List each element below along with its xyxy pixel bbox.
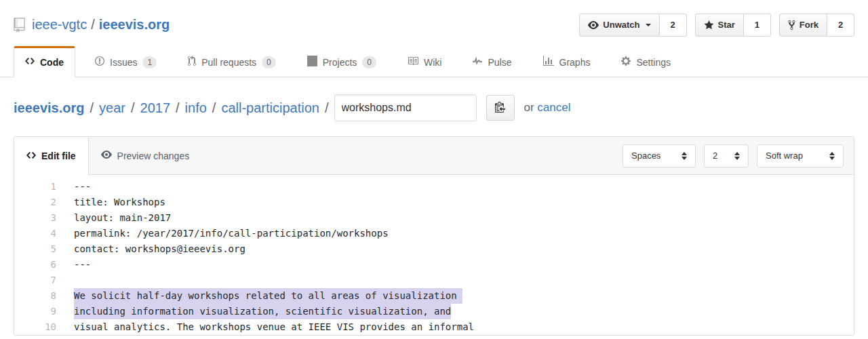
edit-file-label: Edit file	[41, 151, 76, 161]
line-text[interactable]: permalink: /year/2017/info/call-particip…	[74, 226, 389, 241]
fork-label: Fork	[800, 20, 818, 30]
pull-requests-count-badge: 0	[262, 56, 276, 68]
tab-pulse[interactable]: Pulse	[461, 46, 523, 77]
cancel-link[interactable]: cancel	[537, 101, 570, 114]
line-number[interactable]: 4	[14, 226, 56, 241]
tab-pull-requests[interactable]: Pull requests 0	[176, 46, 288, 77]
tab-settings-label: Settings	[636, 57, 671, 68]
repo-actions: Unwatch 2 Star 1 Fork 2	[579, 14, 854, 37]
indent-mode-value: Spaces	[631, 151, 660, 161]
projects-count-badge: 0	[362, 56, 376, 68]
line-text[interactable]: including information visualization, sci…	[74, 304, 451, 319]
line-number[interactable]: 8	[14, 288, 56, 304]
wrap-mode-value: Soft wrap	[766, 151, 803, 161]
line-number[interactable]: 3	[14, 210, 56, 226]
repo-nav: Code Issues 1 Pull requests 0 Projects 0…	[0, 46, 868, 77]
editor-settings: Spaces 2 Soft wrap	[623, 137, 854, 174]
code-line: 6 ---	[14, 257, 854, 273]
code-lines: 1 --- 2 title: Workshops 3 layout: main-…	[14, 179, 854, 335]
tab-preview-changes[interactable]: Preview changes	[89, 137, 202, 174]
watch-count[interactable]: 2	[660, 14, 687, 37]
fork-count[interactable]: 2	[827, 14, 854, 37]
indent-size-select[interactable]: 2	[704, 144, 749, 167]
select-arrows-icon	[734, 152, 740, 160]
tab-settings[interactable]: Settings	[610, 46, 682, 77]
repo-title: ieee-vgtc / ieeevis.org	[14, 17, 170, 33]
line-text[interactable]: title: Workshops	[74, 195, 165, 210]
book-icon	[408, 56, 418, 68]
line-number[interactable]: 6	[14, 257, 56, 273]
tab-issues[interactable]: Issues 1	[83, 46, 168, 77]
pulse-icon	[473, 56, 482, 68]
preview-changes-label: Preview changes	[117, 151, 190, 161]
line-text[interactable]: ---	[74, 179, 91, 195]
tab-edit-file[interactable]: Edit file	[14, 137, 89, 175]
repo-icon	[14, 18, 25, 33]
fork-button[interactable]: Fork	[779, 14, 827, 37]
line-number[interactable]: 1	[14, 179, 56, 195]
star-group: Star 1	[695, 14, 771, 37]
code-line: 4 permalink: /year/2017/info/call-partic…	[14, 226, 854, 241]
breadcrumb-separator: /	[90, 100, 94, 116]
breadcrumb-link-call-participation[interactable]: call-participation	[221, 100, 319, 116]
caret-down-icon	[646, 24, 651, 29]
code-line: 3 layout: main-2017	[14, 210, 854, 226]
star-count[interactable]: 1	[744, 14, 771, 37]
tab-graphs-label: Graphs	[559, 57, 591, 68]
eye-icon	[101, 149, 112, 162]
tab-projects[interactable]: Projects 0	[296, 46, 388, 77]
repo-name-link[interactable]: ieeevis.org	[99, 17, 170, 33]
filename-input[interactable]	[334, 94, 477, 121]
pull-request-icon	[188, 56, 196, 68]
tab-projects-label: Projects	[323, 57, 357, 68]
copy-path-button[interactable]	[486, 95, 515, 121]
code-line: 8 We solicit half-day workshops related …	[14, 288, 854, 304]
line-number[interactable]: 7	[14, 273, 56, 288]
code-line: 1 ---	[14, 179, 854, 195]
code-icon	[25, 56, 35, 68]
tab-wiki[interactable]: Wiki	[396, 46, 453, 77]
fork-icon	[788, 20, 795, 31]
repo-header: ieee-vgtc / ieeevis.org Unwatch 2 Star 1…	[0, 0, 868, 41]
tab-issues-label: Issues	[110, 57, 137, 68]
tab-code[interactable]: Code	[14, 46, 75, 77]
line-text[interactable]: layout: main-2017	[74, 210, 171, 226]
breadcrumb: ieeevis.org / year / 2017 / info / call-…	[0, 94, 868, 121]
clipboard-icon	[495, 101, 505, 115]
or-text: or cancel	[524, 101, 571, 115]
fork-group: Fork 2	[779, 14, 854, 37]
breadcrumb-link-year[interactable]: year	[99, 100, 125, 116]
star-icon	[704, 20, 714, 31]
line-text[interactable]: contact: workshops@ieeevis.org	[74, 241, 245, 257]
line-number[interactable]: 2	[14, 195, 56, 210]
issue-icon	[95, 56, 104, 68]
graph-icon	[543, 56, 554, 68]
repo-owner-link[interactable]: ieee-vgtc	[32, 17, 87, 33]
code-editor[interactable]: 1 --- 2 title: Workshops 3 layout: main-…	[14, 175, 854, 335]
code-line: 10 visual analytics. The workshops venue…	[14, 319, 854, 335]
breadcrumb-link-info[interactable]: info	[185, 100, 207, 116]
breadcrumb-separator: /	[176, 100, 180, 116]
eye-icon	[588, 20, 599, 31]
wrap-mode-select[interactable]: Soft wrap	[757, 144, 844, 167]
unwatch-label: Unwatch	[603, 20, 639, 30]
indent-mode-select[interactable]: Spaces	[623, 144, 696, 167]
line-text[interactable]: ---	[74, 257, 91, 273]
line-number[interactable]: 5	[14, 241, 56, 257]
breadcrumb-root-link[interactable]: ieeevis.org	[14, 100, 85, 116]
line-text[interactable]: visual analytics. The workshops venue at…	[74, 319, 474, 335]
line-number[interactable]: 9	[14, 304, 56, 319]
tab-pulse-label: Pulse	[488, 57, 511, 68]
code-line: 2 title: Workshops	[14, 195, 854, 210]
unwatch-button[interactable]: Unwatch	[579, 14, 659, 37]
breadcrumb-separator: /	[325, 100, 329, 116]
line-number[interactable]: 10	[14, 319, 56, 335]
repo-title-separator: /	[91, 17, 95, 33]
breadcrumb-link-2017[interactable]: 2017	[140, 100, 171, 116]
breadcrumb-separator: /	[131, 100, 135, 116]
select-arrows-icon	[829, 152, 835, 160]
gear-icon	[621, 56, 631, 68]
tab-graphs[interactable]: Graphs	[532, 46, 602, 77]
star-button[interactable]: Star	[695, 14, 744, 37]
line-text[interactable]: We solicit half-day workshops related to…	[74, 288, 462, 304]
